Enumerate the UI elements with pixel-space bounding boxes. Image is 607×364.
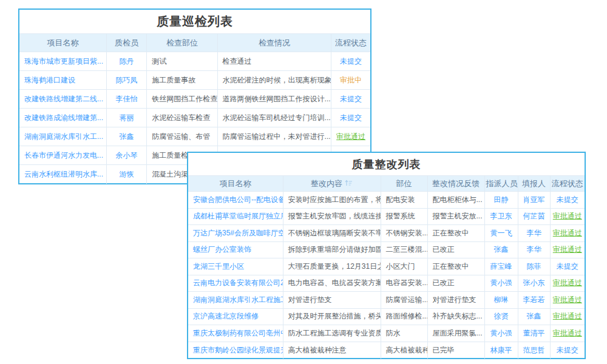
column-header-project: 项目名称: [19, 34, 106, 52]
assignee-link[interactable]: 薛宝峰: [490, 262, 512, 271]
rectify-table-row: 湖南洞庭湖水库引水工程施工I标 对管进行垫支 防腐管运输... 对管进行垫支 柳…: [188, 292, 585, 309]
project-name-link[interactable]: 云南电力设备安装有限公司20...: [193, 278, 283, 287]
project-name-link[interactable]: 龙湖三千里小区: [193, 262, 244, 271]
reporter-link[interactable]: 肖亚军: [523, 195, 545, 204]
rectify-header-row: 项目名称 整改内容 部位 整改情况反馈 指派人员 填: [188, 176, 585, 192]
status-badge[interactable]: 未提交: [557, 346, 578, 354]
project-name-link[interactable]: 安徽合肥供电公司--配电设备...: [193, 195, 283, 204]
status-badge[interactable]: 未提交: [557, 195, 578, 204]
project-name-link[interactable]: 珠海市城市更新项目紫...: [24, 57, 103, 66]
reporter-cell: 张小东: [518, 275, 550, 292]
status-cell: 审批通过: [331, 127, 370, 146]
assignee-link[interactable]: 柳琳: [494, 295, 509, 304]
situation-cell: 道路两侧铁丝网围挡工作按设计...: [217, 90, 331, 109]
project-cell: 改建铁路线增建第二线...: [19, 90, 106, 109]
reporter-link[interactable]: 张鑫: [527, 312, 541, 320]
project-cell: 湖南洞庭湖水库引水工程施工I标: [188, 292, 283, 309]
reporter-cell: 范思哲: [518, 342, 550, 359]
assignee-link[interactable]: 徐贤: [494, 312, 509, 320]
inspector-link[interactable]: 李佳怡: [116, 95, 138, 103]
status-badge[interactable]: 未提交: [340, 57, 362, 66]
feedback-cell: 报警主机安放...: [427, 208, 484, 225]
project-cell: 云南电力设备安装有限公司20...: [188, 275, 283, 292]
status-badge[interactable]: 审批通过: [553, 278, 582, 287]
status-cell: 审批通过: [550, 208, 585, 225]
project-cell: 安徽合肥供电公司--配电设备...: [188, 192, 283, 209]
assignee-link[interactable]: 黄小强: [490, 329, 512, 337]
assignee-link[interactable]: 黄小强: [490, 278, 512, 287]
reporter-link[interactable]: 李若若: [523, 295, 545, 304]
status-badge[interactable]: 审批通过: [553, 329, 582, 337]
feedback-cell: 已改正: [427, 275, 484, 292]
project-name-link[interactable]: 珠海鹤港口建设: [24, 76, 75, 84]
inspector-link[interactable]: 余小琴: [116, 151, 138, 160]
project-name-link[interactable]: 湖南洞庭湖水库引水工...: [24, 132, 103, 141]
status-badge[interactable]: 审批通过: [553, 229, 582, 237]
feedback-cell: 配电柜柜体与...: [427, 192, 484, 209]
status-badge[interactable]: 审批通过: [553, 245, 582, 254]
status-cell: 未提交: [550, 258, 585, 275]
inspector-cell: 张鑫: [106, 127, 146, 146]
project-name-link[interactable]: 重庆市鹅岭公园绿化景观提升...: [193, 346, 283, 354]
assignee-link[interactable]: 林康平: [490, 346, 512, 354]
project-name-link[interactable]: 改建铁路成渝线增建第...: [24, 113, 103, 122]
column-header-content[interactable]: 整改内容: [283, 176, 381, 192]
content-cell: 对管进行垫支: [283, 292, 381, 309]
inspector-link[interactable]: 陈巧凤: [116, 76, 138, 84]
project-cell: 京沪高速北京段维修: [188, 308, 283, 325]
inspector-link[interactable]: 陈丹: [120, 57, 134, 66]
reporter-link[interactable]: 范思哲: [523, 346, 545, 354]
assignee-link[interactable]: 黄一飞: [490, 229, 512, 237]
rectify-table-title: 质量整改列表: [188, 153, 585, 175]
status-cell: 审批通过: [550, 275, 585, 292]
status-cell: 未提交: [331, 90, 370, 109]
project-name-link[interactable]: 湖南洞庭湖水库引水工程施工I标: [193, 295, 283, 304]
project-cell: 长春市伊通河水力发电...: [19, 146, 106, 165]
reporter-link[interactable]: 董清平: [523, 329, 545, 337]
status-badge[interactable]: 未提交: [340, 95, 362, 103]
status-badge[interactable]: 审批通过: [553, 212, 582, 220]
reporter-link[interactable]: 李华: [527, 245, 541, 254]
inspector-link[interactable]: 张鑫: [120, 132, 134, 141]
status-badge[interactable]: 未提交: [340, 113, 362, 122]
status-cell: 审批通过: [550, 292, 585, 309]
reporter-cell: 肖亚军: [518, 192, 550, 209]
assignee-cell: 李卫东: [484, 208, 518, 225]
status-cell: 未提交: [550, 192, 585, 209]
status-badge[interactable]: 审批通过: [553, 312, 582, 320]
project-name-link[interactable]: 重庆太极制药有限公司亳州中...: [193, 329, 283, 337]
assignee-link[interactable]: 李卫东: [490, 212, 512, 220]
inspector-link[interactable]: 蒋丽: [120, 113, 134, 122]
project-name-link[interactable]: 长春市伊通河水力发电...: [24, 151, 103, 160]
project-name-link[interactable]: 云南水利枢纽潜明水库...: [24, 170, 103, 178]
rectify-table-row: 安徽合肥供电公司--配电设备... 安装时应按施工图的布置，将... 配电安装 …: [188, 192, 585, 209]
project-name-link[interactable]: 改建铁路线增建第二线...: [24, 95, 103, 103]
reporter-link[interactable]: 何芷茵: [523, 212, 545, 220]
assignee-link[interactable]: 张鑫: [494, 245, 509, 254]
reporter-link[interactable]: 陈菲: [527, 262, 541, 271]
inspector-link[interactable]: 游恢: [120, 170, 134, 178]
reporter-link[interactable]: 李华: [527, 229, 541, 237]
rectify-table: 项目名称 整改内容 部位 整改情况反馈 指派人员 填: [188, 175, 585, 359]
status-badge[interactable]: 审批通过: [336, 132, 365, 141]
column-header-part: 检查部位: [147, 34, 217, 52]
part-cell: 铁丝网围挡工作检查: [147, 90, 217, 109]
feedback-cell: 正在整改中: [427, 225, 484, 242]
part-cell: 测试: [147, 52, 217, 71]
assignee-link[interactable]: 田静: [494, 195, 509, 204]
rectify-table-row: 成都杜甫草堂临时展厅独立展... 报警主机安放牢固，线缆连接... 报警系统 报…: [188, 208, 585, 225]
project-name-link[interactable]: 万达广场35#会所及咖啡厅空...: [193, 229, 283, 237]
status-badge[interactable]: 审批中: [340, 76, 362, 84]
assignee-cell: 柳琳: [484, 292, 518, 309]
part-cell: 施工质量事故: [147, 71, 217, 90]
project-name-link[interactable]: 螺丝厂办公室装饰: [193, 245, 251, 254]
column-header-reporter: 填报人: [518, 176, 550, 192]
status-badge[interactable]: 未提交: [557, 262, 578, 271]
assignee-cell: 黄一飞: [484, 225, 518, 242]
reporter-link[interactable]: 张小东: [523, 278, 545, 287]
status-badge[interactable]: 审批通过: [553, 295, 582, 304]
project-name-link[interactable]: 成都杜甫草堂临时展厅独立展...: [193, 212, 283, 220]
project-name-link[interactable]: 京沪高速北京段维修: [193, 312, 259, 320]
sort-icon[interactable]: [345, 179, 353, 188]
reporter-cell: 李若若: [518, 292, 550, 309]
